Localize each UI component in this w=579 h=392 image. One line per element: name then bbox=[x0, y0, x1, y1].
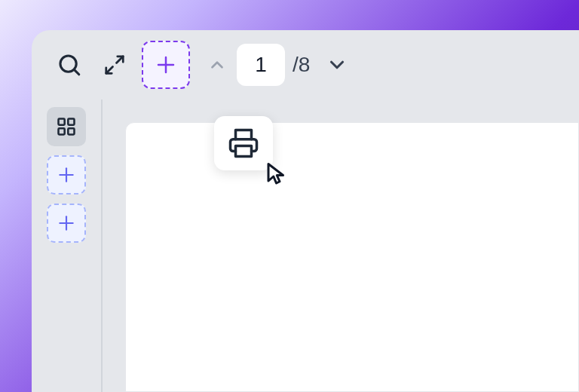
plus-icon bbox=[57, 165, 76, 185]
plus-icon bbox=[57, 213, 76, 233]
sidebar-add-button-2[interactable] bbox=[47, 204, 86, 243]
chevron-down-icon bbox=[326, 54, 348, 76]
plus-icon bbox=[155, 54, 177, 76]
search-button[interactable] bbox=[51, 47, 87, 83]
page-navigation: 1 /8 bbox=[204, 44, 352, 86]
sidebar-divider bbox=[101, 100, 103, 392]
sidebar-add-button-1[interactable] bbox=[47, 155, 86, 194]
svg-rect-14 bbox=[236, 146, 252, 157]
svg-line-1 bbox=[74, 69, 78, 74]
add-tool-button[interactable] bbox=[142, 41, 190, 89]
sidebar bbox=[32, 100, 101, 392]
svg-rect-7 bbox=[68, 119, 74, 125]
expand-button[interactable] bbox=[96, 47, 133, 83]
print-popover[interactable] bbox=[214, 116, 273, 170]
total-pages-label: /8 bbox=[293, 53, 310, 77]
svg-rect-6 bbox=[59, 119, 65, 125]
next-page-button[interactable] bbox=[322, 50, 352, 80]
svg-rect-8 bbox=[59, 128, 65, 134]
svg-rect-9 bbox=[68, 128, 74, 134]
grid-view-button[interactable] bbox=[47, 107, 86, 146]
expand-icon bbox=[103, 54, 126, 76]
print-icon bbox=[228, 127, 259, 159]
previous-page-button[interactable] bbox=[204, 51, 231, 78]
document-canvas[interactable] bbox=[125, 122, 579, 392]
toolbar: 1 /8 bbox=[32, 30, 579, 100]
chevron-up-icon bbox=[207, 55, 227, 75]
current-page-input[interactable]: 1 bbox=[237, 44, 285, 86]
current-page-value: 1 bbox=[255, 53, 267, 77]
grid-icon bbox=[56, 116, 77, 137]
body-area bbox=[32, 100, 579, 392]
app-window: 1 /8 bbox=[32, 30, 579, 392]
search-icon bbox=[57, 52, 82, 78]
